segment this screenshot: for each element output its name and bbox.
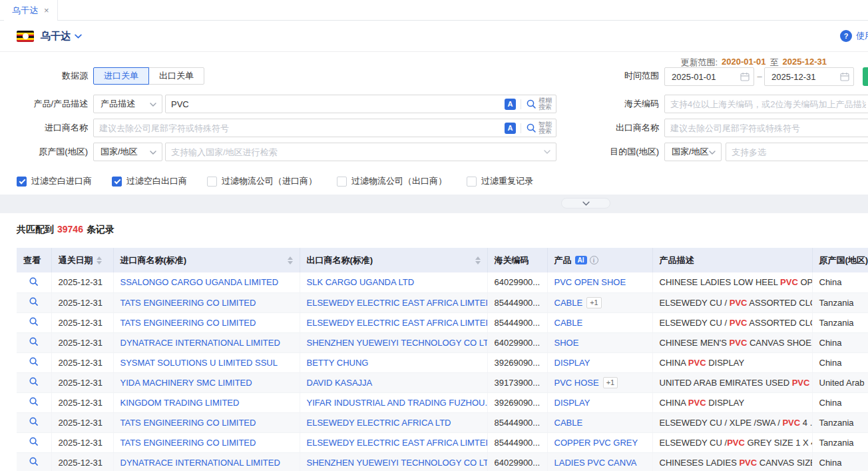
checkbox-icon[interactable] [467,177,477,187]
sort-icons[interactable] [97,256,102,264]
importer-link[interactable]: TATS ENGINEERING CO LIMITED [120,298,256,308]
sort-icons[interactable] [475,256,481,264]
exporter-link[interactable]: ELSEWEDY ELECTRIC EAST AFRICA LIMTED [307,298,488,308]
filter-checkbox[interactable]: 过滤物流公司（进口商） [207,175,317,187]
checkbox-label: 过滤物流公司（进口商） [222,175,317,187]
exporter-link[interactable]: YIFAR INDUSTRIAL AND TRADING FUZHOU... [307,398,488,408]
smart-search-button[interactable]: 智能 搜索 [526,121,552,135]
start-date-field [664,67,754,86]
product-link[interactable]: LADIES PVC CANVA [554,458,637,468]
sort-desc-icon[interactable] [475,261,481,264]
tab-import-declarations[interactable]: 进口关单 [93,67,149,85]
view-record-icon[interactable] [29,376,39,388]
product-link[interactable]: SHOE [554,338,579,348]
origin-country-cell: Tanzania [812,412,868,432]
importer-link[interactable]: DYNATRACE INTERNATIONAL LIMITED [120,338,280,348]
view-record-icon[interactable] [29,396,39,408]
collapse-filter-button[interactable] [561,198,610,209]
view-record-icon[interactable] [29,456,39,468]
importer-link[interactable]: TATS ENGINEERING CO LIMITED [120,438,256,448]
product-description-cell: ELSEWEDY CU / XLPE /SWA / PVC 4 ... [652,412,812,432]
help-icon[interactable]: ? [840,30,852,42]
importer-link[interactable]: DYNATRACE INTERNATIONAL LIMITED [120,458,280,468]
chevron-down-icon[interactable] [75,34,82,39]
filter-checkbox[interactable]: 过滤空白进口商 [17,175,92,187]
view-record-icon[interactable] [29,296,39,308]
origin-country-select[interactable]: 国家/地区 [93,143,162,161]
end-date-field [764,67,854,86]
product-link[interactable]: CABLE [554,298,583,308]
sort-desc-icon[interactable] [288,261,293,264]
view-record-icon[interactable] [29,276,39,288]
sort-desc-icon[interactable] [97,261,102,264]
product-more-badge[interactable]: +1 [586,297,602,308]
close-icon[interactable]: × [44,6,49,15]
destination-country-input[interactable] [726,143,868,161]
origin-country-input[interactable] [165,143,556,161]
product-link[interactable]: PVC HOSE [554,378,599,388]
col-header-importer[interactable]: 进口商名称(标准) [113,248,300,272]
checkbox-icon[interactable] [17,177,27,187]
translate-icon[interactable]: A [505,99,516,110]
translate-icon[interactable]: A [505,123,516,134]
product-link[interactable]: CABLE [554,318,583,328]
tab-export-declarations[interactable]: 出口关单 [148,67,204,85]
view-record-icon[interactable] [29,336,39,348]
calendar-icon[interactable] [740,72,750,81]
col-header-exporter[interactable]: 出口商名称(标准) [300,248,487,272]
exporter-link[interactable]: ELSEWEDY ELECTRIC AFRICA LTD [307,418,451,428]
view-record-icon[interactable] [29,316,39,328]
exporter-link[interactable]: DAVID KASAJJA [307,378,373,388]
view-record-icon[interactable] [29,416,39,428]
destination-country-select[interactable]: 国家/地区 [664,143,722,161]
exporter-link[interactable]: SHENZHEN YUEWEIYI TECHNOLOGY CO LTD [307,458,488,468]
desc-highlight: PVC [688,398,706,408]
filter-checkbox[interactable]: 过滤空白出口商 [112,175,187,187]
product-field-select[interactable]: 产品描述 [93,95,162,113]
origin-country-cell: China [812,452,868,471]
chevron-down-icon[interactable] [544,150,550,154]
sort-asc-icon[interactable] [288,256,293,260]
calendar-icon[interactable] [840,72,849,81]
checkbox-icon[interactable] [112,177,122,187]
help-link[interactable]: ? 使用 [840,30,868,42]
country-title[interactable]: 乌干达 [41,30,71,43]
view-record-icon[interactable] [29,356,39,368]
exporter-link[interactable]: BETTY CHUNG [307,358,369,368]
exporter-link[interactable]: SHENZHEN YUEWEIYI TECHNOLOGY CO LTD [307,338,488,348]
product-link[interactable]: COPPER PVC GREY [554,438,638,448]
checkbox-icon[interactable] [207,177,217,187]
importer-link[interactable]: SSALONGO CARGO UGANDA LIMITED [120,277,279,287]
importer-link[interactable]: SYSMAT SOLUTIONS U LIMITED SSUL [120,358,278,368]
view-record-icon[interactable] [29,436,39,448]
col-header-date[interactable]: 通关日期 [51,248,113,272]
fuzzy-search-button[interactable]: 模糊 搜索 [526,97,552,111]
sort-icons[interactable] [288,256,293,264]
product-more-badge[interactable]: +1 [603,377,618,388]
hs-code-input[interactable] [664,95,868,113]
exporter-link[interactable]: ELSEWEDY ELECTRIC EAST AFRICA LIMTED [307,318,488,328]
product-link[interactable]: DISPLAY [554,398,590,408]
importer-name-input[interactable] [93,119,556,137]
data-source-label: 数据源 [0,67,88,85]
exporter-name-input[interactable] [664,119,868,137]
importer-link[interactable]: YIDA MACHINERY SMC LIMITED [120,378,252,388]
info-icon[interactable]: i [590,256,598,264]
search-button-partial[interactable] [863,67,868,86]
product-link[interactable]: DISPLAY [554,358,590,368]
product-description-cell: UNITED ARAB EMIRATES USED PVC ... [652,372,812,392]
sort-asc-icon[interactable] [475,256,481,260]
filter-checkbox[interactable]: 过滤物流公司（出口商） [337,175,447,187]
importer-link[interactable]: TATS ENGINEERING CO LIMITED [120,418,256,428]
importer-link[interactable]: TATS ENGINEERING CO LIMITED [120,318,256,328]
filter-checkbox[interactable]: 过滤重复记录 [467,175,533,187]
product-link[interactable]: CABLE [554,418,583,428]
product-search-input[interactable] [165,95,556,113]
product-link[interactable]: PVC OPEN SHOE [554,277,626,287]
tab-uganda[interactable]: 乌干达 × [4,0,58,21]
sort-asc-icon[interactable] [97,256,102,260]
importer-link[interactable]: KINGDOM TRADING LIMITED [120,398,240,408]
exporter-link[interactable]: SLK CARGO UGANDA LTD [307,277,415,287]
checkbox-icon[interactable] [337,177,347,187]
exporter-link[interactable]: ELSEWEDY ELECTRIC EAST AFRICA LIMTED [307,438,488,448]
